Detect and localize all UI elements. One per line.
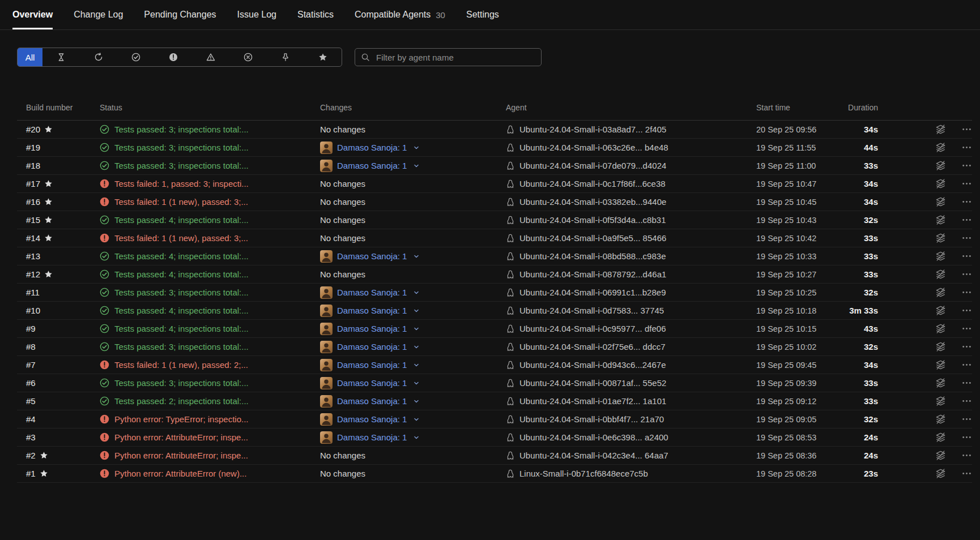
tab-issue-log[interactable]: Issue Log bbox=[237, 0, 276, 29]
agent-link[interactable]: Ubuntu-24.04-Small-i-07de079...d4024 bbox=[519, 161, 666, 170]
agent-link[interactable]: Ubuntu-24.04-Small-i-0d7583... 37745 bbox=[519, 306, 664, 315]
filter-failed-button[interactable] bbox=[155, 48, 192, 66]
status-text[interactable]: Tests passed: 4; inspections total:... bbox=[114, 215, 249, 225]
tab-statistics[interactable]: Statistics bbox=[297, 0, 334, 29]
agent-link[interactable]: Ubuntu-24.04-Small-i-0d943c6...2467e bbox=[519, 360, 666, 370]
agent-link[interactable]: Ubuntu-24.04-Small-i-02f75e6... ddcc7 bbox=[519, 342, 666, 352]
changes-layers-icon[interactable] bbox=[935, 178, 946, 189]
build-number-link[interactable]: #2 bbox=[26, 451, 36, 460]
status-text[interactable]: Tests passed: 3; inspections total:... bbox=[114, 342, 249, 352]
more-actions-icon[interactable] bbox=[961, 160, 972, 171]
changes-layers-icon[interactable] bbox=[935, 215, 946, 225]
build-number-link[interactable]: #20 bbox=[26, 125, 40, 134]
build-number-link[interactable]: #6 bbox=[26, 378, 36, 388]
changes-user-link[interactable]: Damaso Sanoja: 1 bbox=[337, 396, 407, 406]
changes-layers-icon[interactable] bbox=[935, 160, 946, 171]
status-text[interactable]: Tests passed: 4; inspections total:... bbox=[114, 269, 249, 279]
status-text[interactable]: Python error: AttributeError; inspe... bbox=[114, 451, 248, 460]
tab-settings[interactable]: Settings bbox=[466, 0, 499, 29]
build-number-link[interactable]: #8 bbox=[26, 342, 36, 352]
more-actions-icon[interactable] bbox=[961, 341, 972, 352]
build-number-link[interactable]: #9 bbox=[26, 324, 36, 333]
filter-canceled-button[interactable] bbox=[229, 48, 267, 66]
more-actions-icon[interactable] bbox=[961, 414, 972, 425]
status-text[interactable]: Tests passed: 3; inspections total:... bbox=[114, 288, 249, 297]
status-text[interactable]: Tests failed: 1 (1 new), passed: 3;... bbox=[114, 233, 248, 243]
changes-layers-icon[interactable] bbox=[935, 124, 946, 135]
agent-link[interactable]: Ubuntu-24.04-Small-i-08bd588...c983e bbox=[519, 251, 666, 261]
changes-layers-icon[interactable] bbox=[935, 396, 946, 406]
agent-link[interactable]: Ubuntu-24.04-Small-i-0e6c398... a2400 bbox=[519, 432, 668, 442]
more-actions-icon[interactable] bbox=[961, 124, 972, 135]
agent-link[interactable]: Ubuntu-24.04-Small-i-0c17f86f...6ce38 bbox=[519, 179, 666, 188]
build-number-link[interactable]: #14 bbox=[26, 233, 40, 243]
agent-link[interactable]: Ubuntu-24.04-Small-i-063c26e... b4e48 bbox=[519, 143, 668, 152]
filter-successful-button[interactable] bbox=[117, 48, 155, 66]
build-number-link[interactable]: #18 bbox=[26, 161, 40, 170]
star-icon[interactable] bbox=[44, 125, 53, 134]
agent-link[interactable]: Ubuntu-24.04-Small-i-01ae7f2... 1a101 bbox=[519, 396, 666, 406]
build-number-link[interactable]: #16 bbox=[26, 197, 40, 207]
changes-layers-icon[interactable] bbox=[935, 468, 946, 479]
changes-layers-icon[interactable] bbox=[935, 323, 946, 334]
star-icon[interactable] bbox=[44, 179, 53, 188]
filter-all-button[interactable]: All bbox=[18, 48, 42, 66]
more-actions-icon[interactable] bbox=[961, 323, 972, 334]
more-actions-icon[interactable] bbox=[961, 251, 972, 262]
agent-link[interactable]: Ubuntu-24.04-Small-i-03a8ad7... 2f405 bbox=[519, 125, 666, 134]
more-actions-icon[interactable] bbox=[961, 233, 972, 243]
status-text[interactable]: Tests passed: 4; inspections total:... bbox=[114, 324, 249, 333]
agent-link[interactable]: Ubuntu-24.04-Small-i-03382eb...9440e bbox=[519, 197, 666, 207]
star-icon[interactable] bbox=[44, 234, 53, 242]
build-number-link[interactable]: #10 bbox=[26, 306, 40, 315]
agent-link[interactable]: Ubuntu-24.04-Small-i-0878792...d46a1 bbox=[519, 269, 666, 279]
build-number-link[interactable]: #1 bbox=[26, 469, 36, 478]
agent-filter-input[interactable] bbox=[375, 52, 535, 63]
tab-overview[interactable]: Overview bbox=[12, 0, 53, 29]
more-actions-icon[interactable] bbox=[961, 450, 972, 461]
status-text[interactable]: Python error: TypeError; inspectio... bbox=[114, 414, 249, 424]
status-text[interactable]: Tests passed: 3; inspections total:... bbox=[114, 125, 249, 134]
status-text[interactable]: Tests failed: 1 (1 new), passed: 2;... bbox=[114, 360, 248, 370]
agent-link[interactable]: Ubuntu-24.04-Small-i-06991c1...b28e9 bbox=[519, 288, 666, 297]
agent-link[interactable]: Ubuntu-24.04-Small-i-0c95977... dfe06 bbox=[519, 324, 666, 333]
changes-user-link[interactable]: Damaso Sanoja: 1 bbox=[337, 414, 407, 424]
changes-user-link[interactable]: Damaso Sanoja: 1 bbox=[337, 143, 407, 152]
status-text[interactable]: Tests passed: 4; inspections total:... bbox=[114, 251, 249, 261]
changes-user-link[interactable]: Damaso Sanoja: 1 bbox=[337, 378, 407, 388]
tab-change-log[interactable]: Change Log bbox=[74, 0, 123, 29]
more-actions-icon[interactable] bbox=[961, 196, 972, 207]
more-actions-icon[interactable] bbox=[961, 178, 972, 189]
tab-pending-changes[interactable]: Pending Changes bbox=[144, 0, 216, 29]
changes-user-link[interactable]: Damaso Sanoja: 1 bbox=[337, 432, 407, 442]
changes-user-link[interactable]: Damaso Sanoja: 1 bbox=[337, 342, 407, 352]
more-actions-icon[interactable] bbox=[961, 396, 972, 406]
changes-user-link[interactable]: Damaso Sanoja: 1 bbox=[337, 161, 407, 170]
agent-link[interactable]: Linux-Small-i-0b71cf6848ece7c5b bbox=[519, 469, 648, 478]
changes-layers-icon[interactable] bbox=[935, 359, 946, 370]
changes-layers-icon[interactable] bbox=[935, 432, 946, 443]
changes-user-link[interactable]: Damaso Sanoja: 1 bbox=[337, 306, 407, 315]
build-number-link[interactable]: #7 bbox=[26, 360, 36, 370]
build-number-link[interactable]: #3 bbox=[26, 432, 36, 442]
build-number-link[interactable]: #4 bbox=[26, 414, 36, 424]
changes-layers-icon[interactable] bbox=[935, 414, 946, 425]
changes-layers-icon[interactable] bbox=[935, 251, 946, 262]
more-actions-icon[interactable] bbox=[961, 215, 972, 225]
status-text[interactable]: Python error: AttributeError; inspe... bbox=[114, 432, 248, 442]
star-icon[interactable] bbox=[40, 451, 48, 460]
build-number-link[interactable]: #15 bbox=[26, 215, 40, 225]
more-actions-icon[interactable] bbox=[961, 269, 972, 280]
more-actions-icon[interactable] bbox=[961, 468, 972, 479]
build-number-link[interactable]: #19 bbox=[26, 143, 40, 152]
changes-user-link[interactable]: Damaso Sanoja: 1 bbox=[337, 324, 407, 333]
status-text[interactable]: Tests passed: 3; inspections total:... bbox=[114, 161, 249, 170]
changes-layers-icon[interactable] bbox=[935, 450, 946, 461]
changes-layers-icon[interactable] bbox=[935, 305, 946, 316]
changes-layers-icon[interactable] bbox=[935, 196, 946, 207]
build-number-link[interactable]: #12 bbox=[26, 269, 40, 279]
filter-pinned-button[interactable] bbox=[267, 48, 304, 66]
more-actions-icon[interactable] bbox=[961, 142, 972, 153]
changes-layers-icon[interactable] bbox=[935, 269, 946, 280]
changes-user-link[interactable]: Damaso Sanoja: 1 bbox=[337, 288, 407, 297]
